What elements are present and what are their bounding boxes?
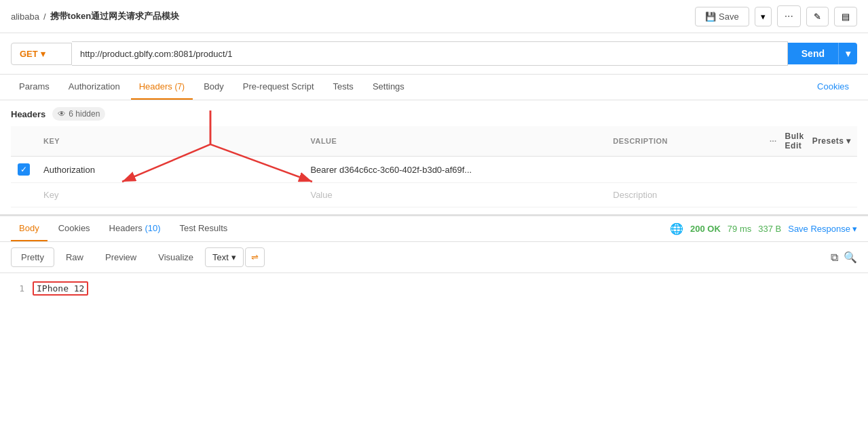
method-chevron-icon: ▾ [41,49,45,59]
wrap-button[interactable]: ⇌ [245,247,265,267]
request-tabs: Params Authorization Headers (7) Body Pr… [0,75,868,100]
response-meta: 🌐 200 OK 79 ms 337 B Save Response ▾ [670,222,857,235]
headers-panel: Headers 👁 6 hidden KEY VALUE DESCRIPTION [0,100,868,215]
response-tab-headers[interactable]: Headers (10) [101,216,169,241]
response-time: 79 ms [728,224,751,234]
eye-icon: 👁 [58,109,66,119]
row-actions [763,157,857,183]
format-tab-pretty[interactable]: Pretty [11,247,54,267]
type-select[interactable]: Text ▾ [205,247,244,267]
tab-authorization[interactable]: Authorization [60,75,128,100]
response-tabs-row: Body Cookies Headers (10) Test Results 🌐… [0,216,868,242]
response-line-1: 1 IPhone 12 [11,281,857,296]
comment-button[interactable]: ▤ [834,7,857,26]
format-tab-preview[interactable]: Preview [95,247,147,267]
save-response-chevron-icon: ▾ [852,224,857,234]
tab-tests[interactable]: Tests [325,75,362,100]
format-tab-visualize[interactable]: Visualize [148,247,204,267]
presets-button[interactable]: Presets ▾ [812,136,850,146]
wrap-icon: ⇌ [251,252,259,262]
breadcrumb-title: 携带token通过网关请求产品模块 [50,10,180,22]
save-response-button[interactable]: Save Response ▾ [788,224,857,234]
tab-settings[interactable]: Settings [364,75,413,100]
save-icon: 💾 [705,12,716,22]
tab-pre-request-script[interactable]: Pre-request Script [235,75,322,100]
more-icon: ··· [785,10,793,22]
save-dropdown-button[interactable]: ▾ [755,7,772,26]
headers-meta: Headers 👁 6 hidden [11,107,857,121]
url-input[interactable] [72,41,788,66]
format-tab-raw[interactable]: Raw [56,247,94,267]
method-select[interactable]: GET ▾ [11,43,72,65]
row-key[interactable]: Authorization [37,157,303,183]
row-description[interactable] [606,157,763,183]
edit-button[interactable]: ✎ [806,7,829,26]
th-actions: ··· Bulk Edit Presets ▾ [763,126,857,157]
format-tabs: Pretty Raw Preview Visualize Text ▾ ⇌ [11,247,265,267]
method-label: GET [20,49,38,59]
search-button[interactable]: 🔍 [844,251,857,264]
response-tab-cookies[interactable]: Cookies [50,216,98,241]
headers-title: Headers [11,109,45,119]
tab-params[interactable]: Params [11,75,58,100]
column-more-icon[interactable]: ··· [770,137,777,145]
edit-icon: ✎ [814,12,821,22]
table-row: ✓ Authorization Bearer d364c6cc-3c60-402… [11,157,857,183]
empty-value[interactable]: Value [303,183,606,207]
line-number-1: 1 [11,283,24,294]
th-value: VALUE [303,126,606,157]
bulk-edit-button[interactable]: Bulk Edit [785,132,804,150]
chevron-down-icon: ▾ [761,12,766,22]
empty-key[interactable]: Key [37,183,303,207]
table-header-row: KEY VALUE DESCRIPTION ··· Bulk Edit Pr [11,126,857,157]
hidden-count: 6 hidden [69,109,100,119]
checkbox-checked: ✓ [18,163,30,176]
row-value[interactable]: Bearer d364c6cc-3c60-402f-b3d0-af69f... [303,157,606,183]
response-section: Body Cookies Headers (10) Test Results 🌐… [0,215,868,304]
response-toolbar: Pretty Raw Preview Visualize Text ▾ ⇌ ⧉ … [0,242,868,273]
empty-description[interactable]: Description [606,183,763,207]
tab-headers[interactable]: Headers (7) [131,75,193,100]
hidden-badge: 👁 6 hidden [52,107,105,121]
breadcrumb-separator: / [43,12,46,22]
toolbar-right: ⧉ 🔍 [831,251,857,264]
request-bar: GET ▾ Send ▾ [0,33,868,75]
globe-icon: 🌐 [670,222,683,235]
top-bar: alibaba / 携带token通过网关请求产品模块 💾 Save ▾ ···… [0,0,868,33]
empty-table-row: Key Value Description [11,183,857,207]
tab-body[interactable]: Body [195,75,232,100]
response-tab-body[interactable]: Body [11,216,48,241]
th-key: KEY [37,126,303,157]
top-actions: 💾 Save ▾ ··· ✎ ▤ [695,5,857,27]
empty-checkbox[interactable] [11,183,37,207]
headers-section: Headers 👁 6 hidden KEY VALUE DESCRIPTION [0,100,868,215]
response-content-1: IPhone 12 [33,281,88,296]
copy-button[interactable]: ⧉ [831,251,838,264]
save-label: Save [719,12,739,22]
response-tab-test-results[interactable]: Test Results [172,216,236,241]
row-checkbox[interactable]: ✓ [11,157,37,183]
send-label: Send [788,43,838,64]
more-options-button[interactable]: ··· [777,5,801,27]
status-badge: 200 OK [690,224,721,234]
save-button[interactable]: 💾 Save [695,7,749,26]
response-body: 1 IPhone 12 [0,273,868,304]
response-size: 337 B [758,224,781,234]
breadcrumb: alibaba / 携带token通过网关请求产品模块 [11,10,179,22]
tab-cookies[interactable]: Cookies [809,75,857,100]
th-description: DESCRIPTION [606,126,763,157]
empty-actions [763,183,857,207]
th-check [11,126,37,157]
type-chevron-icon: ▾ [231,252,236,262]
send-dropdown-icon[interactable]: ▾ [838,43,857,64]
send-button[interactable]: Send ▾ [788,43,857,64]
presets-chevron-icon: ▾ [846,136,851,146]
breadcrumb-parent: alibaba [11,12,39,22]
comment-icon: ▤ [842,12,850,22]
headers-table: KEY VALUE DESCRIPTION ··· Bulk Edit Pr [11,126,857,207]
